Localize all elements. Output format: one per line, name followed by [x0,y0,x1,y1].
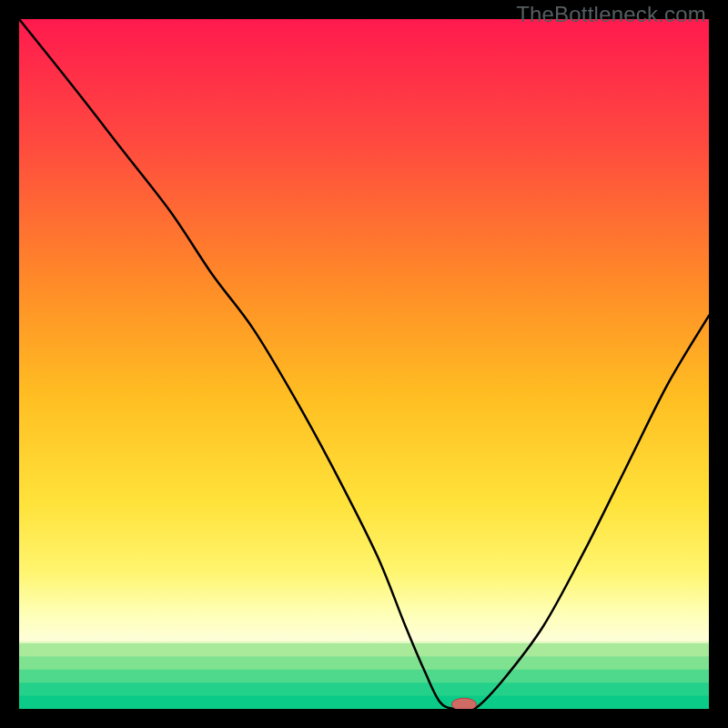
optimal-marker [451,698,476,709]
green-band [19,643,709,657]
green-band [19,696,709,709]
chart-frame: TheBottleneck.com [0,0,728,728]
green-stripe-bands [19,643,709,709]
green-band [19,656,709,670]
green-band [19,682,709,696]
green-band [19,670,709,683]
chart-svg [19,19,709,709]
gradient-background [19,19,709,709]
plot-area [19,19,709,709]
